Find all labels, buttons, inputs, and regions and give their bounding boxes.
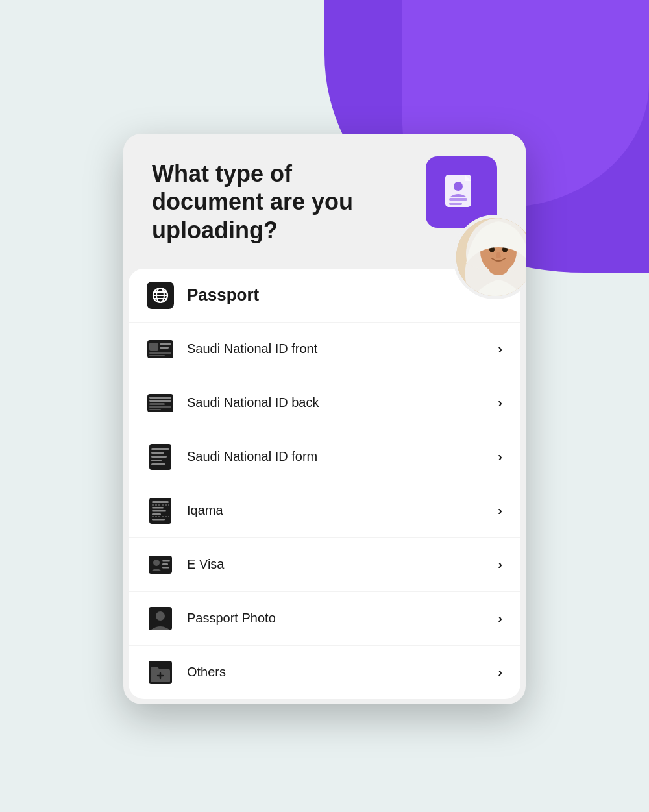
- svg-rect-37: [152, 510, 166, 512]
- iqama-label: Iqama: [187, 503, 498, 518]
- svg-rect-29: [151, 452, 164, 454]
- chevron-icon-6: ›: [498, 611, 502, 626]
- list-item-passport-photo[interactable]: Passport Photo ›: [129, 592, 520, 646]
- avatar-svg: [456, 218, 526, 299]
- id-card-front-icon: [147, 336, 174, 363]
- id-form-svg: [149, 443, 172, 471]
- svg-rect-36: [152, 507, 164, 509]
- svg-rect-38: [152, 513, 161, 515]
- list-item-others[interactable]: Others ›: [129, 646, 520, 699]
- id-form-icon: [147, 443, 174, 471]
- main-card: What type of document are you uploading?: [123, 134, 526, 704]
- passport-photo-svg: [148, 606, 173, 631]
- svg-rect-45: [162, 567, 169, 569]
- svg-rect-44: [162, 563, 168, 565]
- id-back-svg: [147, 393, 174, 413]
- document-icon: [439, 169, 484, 215]
- chevron-icon-4: ›: [498, 503, 502, 518]
- svg-rect-26: [149, 409, 161, 410]
- globe-svg: [151, 286, 169, 304]
- list-item-saudi-id-back[interactable]: Saudi National ID back ›: [129, 376, 520, 430]
- others-label: Others: [187, 665, 498, 680]
- svg-rect-22: [149, 397, 171, 399]
- svg-rect-31: [151, 460, 162, 461]
- svg-rect-16: [149, 343, 158, 351]
- svg-point-47: [156, 611, 165, 621]
- svg-rect-30: [151, 456, 167, 458]
- svg-rect-43: [162, 560, 170, 562]
- iqama-svg: [149, 497, 172, 524]
- card-wrapper: What type of document are you uploading?: [123, 134, 526, 704]
- evisa-svg: [148, 552, 173, 577]
- list-item-iqama[interactable]: Iqama ›: [129, 484, 520, 538]
- list-item-evisa[interactable]: E Visa ›: [129, 538, 520, 592]
- list-item-saudi-id-front[interactable]: Saudi National ID front ›: [129, 323, 520, 376]
- saudi-id-front-label: Saudi National ID front: [187, 341, 498, 356]
- svg-rect-23: [149, 400, 171, 402]
- avatar: [453, 215, 526, 299]
- avatar-image: [456, 218, 526, 296]
- document-list: Passport Saudi National ID front ›: [129, 269, 520, 699]
- svg-point-1: [454, 182, 463, 191]
- svg-point-42: [153, 560, 160, 566]
- svg-rect-32: [151, 463, 165, 465]
- svg-rect-28: [151, 448, 169, 450]
- svg-rect-19: [149, 352, 171, 354]
- passport-photo-icon: [147, 605, 174, 632]
- list-item-saudi-id-form[interactable]: Saudi National ID form ›: [129, 430, 520, 484]
- chevron-icon-5: ›: [498, 557, 502, 572]
- card-header: What type of document are you uploading?: [123, 134, 526, 264]
- svg-rect-2: [449, 198, 467, 201]
- passport-photo-label: Passport Photo: [187, 611, 498, 626]
- others-svg: [148, 660, 173, 685]
- svg-point-9: [489, 262, 508, 275]
- others-icon: [147, 659, 174, 686]
- saudi-id-form-label: Saudi National ID form: [187, 449, 498, 464]
- chevron-icon-2: ›: [498, 395, 502, 410]
- svg-rect-41: [149, 556, 172, 574]
- svg-rect-40: [152, 519, 165, 521]
- svg-rect-20: [149, 355, 165, 356]
- evisa-label: E Visa: [187, 557, 498, 572]
- saudi-id-back-label: Saudi National ID back: [187, 395, 498, 410]
- svg-rect-3: [449, 203, 462, 205]
- svg-rect-24: [149, 403, 165, 405]
- chevron-icon-7: ›: [498, 665, 502, 680]
- id-card-back-icon: [147, 389, 174, 417]
- evisa-icon: [147, 551, 174, 578]
- chevron-icon-1: ›: [498, 341, 502, 356]
- passport-globe-icon: [147, 282, 174, 309]
- svg-rect-34: [152, 501, 169, 503]
- id-front-svg: [147, 339, 174, 359]
- passport-label: Passport: [187, 285, 502, 305]
- svg-rect-18: [160, 347, 169, 349]
- svg-rect-25: [149, 406, 171, 408]
- chevron-icon-3: ›: [498, 449, 502, 464]
- iqama-icon: [147, 497, 174, 524]
- page-title: What type of document are you uploading?: [152, 160, 360, 244]
- svg-rect-17: [160, 343, 171, 345]
